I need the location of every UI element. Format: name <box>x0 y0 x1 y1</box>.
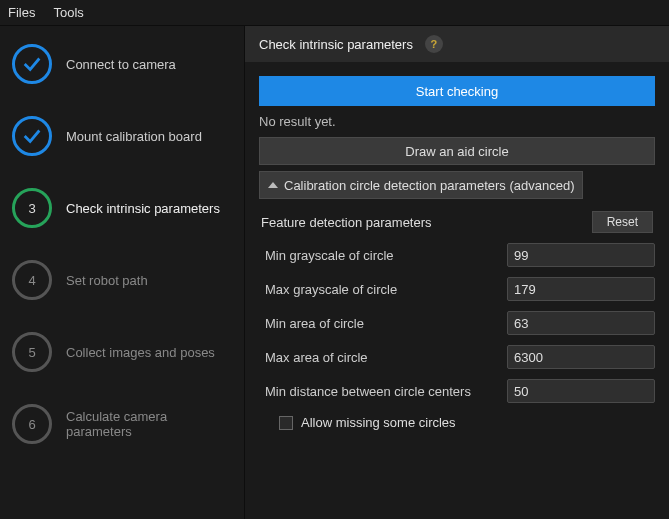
step-calculate-params[interactable]: 6 Calculate camera parameters <box>12 404 232 444</box>
wizard-steps: Connect to camera Mount calibration boar… <box>0 26 245 519</box>
spinbox <box>507 243 655 267</box>
params-heading: Feature detection parameters <box>261 215 432 230</box>
draw-aid-circle-button[interactable]: Draw an aid circle <box>259 137 655 165</box>
spinbox <box>507 277 655 301</box>
help-icon[interactable]: ? <box>425 35 443 53</box>
params-heading-row: Feature detection parameters Reset <box>259 211 655 233</box>
check-icon <box>12 44 52 84</box>
step-label: Calculate camera parameters <box>66 409 232 439</box>
step-label: Collect images and poses <box>66 345 215 360</box>
accordion-label: Calibration circle detection parameters … <box>284 178 574 193</box>
menu-tools[interactable]: Tools <box>53 5 83 20</box>
min-area-input[interactable] <box>508 312 669 334</box>
spinbox <box>507 311 655 335</box>
status-text: No result yet. <box>259 112 655 131</box>
panel-title-text: Check intrinsic parameters <box>259 37 413 52</box>
spinbox <box>507 345 655 369</box>
step-label: Connect to camera <box>66 57 176 72</box>
menubar: Files Tools <box>0 0 669 26</box>
start-checking-button[interactable]: Start checking <box>259 76 655 106</box>
step-check-intrinsic[interactable]: 3 Check intrinsic parameters <box>12 188 232 228</box>
step-number-icon: 6 <box>12 404 52 444</box>
allow-missing-label: Allow missing some circles <box>301 415 456 430</box>
check-icon <box>12 116 52 156</box>
param-min-area: Min area of circle <box>259 311 655 335</box>
max-area-input[interactable] <box>508 346 669 368</box>
min-grayscale-input[interactable] <box>508 244 669 266</box>
spinbox <box>507 379 655 403</box>
step-number-icon: 4 <box>12 260 52 300</box>
caret-up-icon <box>268 182 278 188</box>
menu-files[interactable]: Files <box>8 5 35 20</box>
accordion-advanced-params[interactable]: Calibration circle detection parameters … <box>259 171 583 199</box>
step-connect-camera[interactable]: Connect to camera <box>12 44 232 84</box>
min-distance-input[interactable] <box>508 380 669 402</box>
param-label: Min distance between circle centers <box>265 384 471 399</box>
panel-header: Check intrinsic parameters ? <box>245 26 669 62</box>
param-label: Max grayscale of circle <box>265 282 397 297</box>
checkbox-icon[interactable] <box>279 416 293 430</box>
max-grayscale-input[interactable] <box>508 278 669 300</box>
param-label: Min area of circle <box>265 316 364 331</box>
step-collect-images[interactable]: 5 Collect images and poses <box>12 332 232 372</box>
allow-missing-row[interactable]: Allow missing some circles <box>259 415 655 430</box>
param-min-distance: Min distance between circle centers <box>259 379 655 403</box>
param-min-grayscale: Min grayscale of circle <box>259 243 655 267</box>
step-number-icon: 3 <box>12 188 52 228</box>
param-label: Min grayscale of circle <box>265 248 394 263</box>
step-label: Check intrinsic parameters <box>66 201 220 216</box>
step-number-icon: 5 <box>12 332 52 372</box>
param-max-area: Max area of circle <box>259 345 655 369</box>
main-panel: Check intrinsic parameters ? Start check… <box>245 26 669 519</box>
content: Connect to camera Mount calibration boar… <box>0 26 669 519</box>
step-set-robot-path[interactable]: 4 Set robot path <box>12 260 232 300</box>
params-section: Feature detection parameters Reset Min g… <box>259 211 655 430</box>
param-label: Max area of circle <box>265 350 368 365</box>
panel-body: Start checking No result yet. Draw an ai… <box>245 62 669 438</box>
reset-button[interactable]: Reset <box>592 211 653 233</box>
param-max-grayscale: Max grayscale of circle <box>259 277 655 301</box>
step-label: Mount calibration board <box>66 129 202 144</box>
step-mount-board[interactable]: Mount calibration board <box>12 116 232 156</box>
step-label: Set robot path <box>66 273 148 288</box>
